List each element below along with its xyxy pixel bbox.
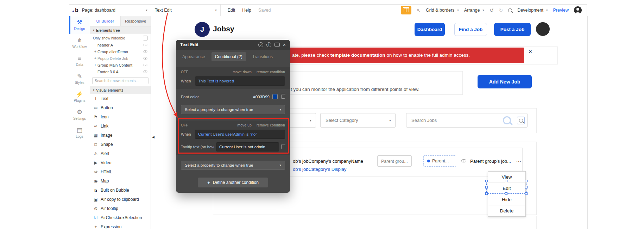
condition-preview-toggle[interactable]: OFF <box>181 123 188 127</box>
expand-icon[interactable]: + <box>94 63 97 67</box>
grid-borders-menu[interactable]: Grid & borders ▾ <box>426 8 459 13</box>
context-menu-edit[interactable]: Edit <box>488 183 525 194</box>
parent-group-field[interactable]: Parent grou... <box>377 155 412 167</box>
sidebar-item-logs[interactable]: ▤ Logs <box>69 124 90 142</box>
context-menu-delete[interactable]: Delete <box>488 205 525 216</box>
tree-item-group-main-content[interactable]: + Group Main Content <box>90 62 151 68</box>
palette-item-expression[interactable]: + Expression <box>90 222 151 229</box>
page-selector[interactable]: Page: dashboard ▾ <box>78 5 151 16</box>
element-selector[interactable]: Text Edit ▾ <box>151 5 221 16</box>
undo-button[interactable]: ↺ <box>490 7 494 13</box>
jobsy-logo[interactable]: J <box>195 22 210 37</box>
visibility-eye-icon[interactable] <box>143 50 147 53</box>
user-avatar[interactable] <box>574 6 582 14</box>
visibility-eye-icon[interactable] <box>143 57 147 60</box>
sidebar-item-styles[interactable]: ✎ Styles <box>69 70 90 88</box>
tree-item-group-allertdemo[interactable]: + Group allertDemo <box>90 48 151 55</box>
visibility-eye-icon[interactable] <box>143 70 147 73</box>
comment-icon[interactable] <box>274 43 280 47</box>
sidebar-item-design[interactable]: ⚒ Design <box>69 16 90 34</box>
parent-group-field-selected[interactable]: Parent... <box>423 155 456 167</box>
palette-item-shape[interactable]: □ Shape <box>90 140 151 149</box>
tab-ui-builder[interactable]: UI Builder <box>90 16 120 26</box>
tab-conditional[interactable]: Conditional (2) <box>211 52 246 61</box>
tab-transitions[interactable]: Transitions <box>252 54 273 59</box>
profile-avatar[interactable] <box>536 22 550 36</box>
property-select-2[interactable]: Select a property to change when true ▾ <box>181 161 285 170</box>
menu-help[interactable]: Help <box>242 8 251 13</box>
elements-tree-header[interactable]: ▾ Elements tree <box>90 26 151 34</box>
environment-selector[interactable]: Development ▾ <box>517 8 548 13</box>
close-icon[interactable]: × <box>529 49 532 55</box>
redo-button[interactable]: ↻ <box>499 7 503 13</box>
arrange-menu[interactable]: Arrange ▾ <box>464 8 484 13</box>
palette-item-built-on-bubble[interactable]: b Built on Bubble <box>90 186 151 195</box>
visibility-eye-icon[interactable] <box>461 159 466 162</box>
when-condition-input[interactable]: Current User's userAdmin is "no" <box>195 130 285 139</box>
property-select-1[interactable]: Select a property to change when true ▾ <box>181 105 285 114</box>
font-color-value[interactable]: #003D99 <box>253 95 270 99</box>
category-select[interactable]: Select Category ▾ <box>320 113 396 128</box>
define-another-condition-button[interactable]: + Define another condition <box>198 178 268 187</box>
expand-icon[interactable]: + <box>94 50 97 54</box>
find-a-job-button[interactable]: Find a Job <box>454 23 487 36</box>
help-icon[interactable]: ? <box>258 42 263 47</box>
sidebar-item-data[interactable]: ≡ Data <box>69 52 90 70</box>
palette-item-html[interactable]: </> HTML <box>90 167 151 177</box>
remove-condition-action[interactable]: remove condition <box>257 70 285 74</box>
cursor-tool-icon[interactable]: ↖ <box>417 8 421 13</box>
menu-edit[interactable]: Edit <box>228 8 235 13</box>
tree-item-popup-delete-job[interactable]: + Popup Delete Job <box>90 55 151 62</box>
sidebar-item-plugins[interactable]: ⚡ Plugins <box>69 88 90 106</box>
palette-item-alert[interactable]: ⚠ Alert <box>90 149 151 158</box>
when-condition-input[interactable]: This Text is hovered <box>195 76 285 86</box>
close-icon[interactable]: × <box>283 42 286 47</box>
job-category-link[interactable]: ob's jobCategory's Display <box>293 167 346 172</box>
job-search-input[interactable]: Search Jobs <box>406 113 528 128</box>
trash-icon[interactable] <box>281 95 285 99</box>
search-icon[interactable] <box>508 8 512 12</box>
elements-search-input[interactable] <box>92 77 149 84</box>
palette-item-air-copy-to-clipboard[interactable]: ▣ Air copy to clipboard <box>90 195 151 204</box>
palette-item-aircheckboxselection[interactable]: ☑ AirCheckboxSelection <box>90 213 151 222</box>
info-icon[interactable]: i <box>266 42 271 47</box>
context-menu-view[interactable]: View <box>488 172 525 183</box>
tooltip-text-input[interactable]: Current User is not admin <box>216 142 279 151</box>
dashboard-button[interactable]: Dashboard <box>415 23 445 36</box>
palette-item-text[interactable]: T Text <box>90 94 151 103</box>
condition-preview-toggle[interactable]: OFF <box>181 70 188 74</box>
move-down-action[interactable]: move down <box>233 70 252 74</box>
sidebar-item-workflow[interactable]: ⋔ Workflow <box>69 34 90 52</box>
palette-item-icon[interactable]: ⚑ Icon <box>90 112 151 122</box>
context-menu-hide[interactable]: Hide <box>488 194 525 205</box>
palette-item-link[interactable]: ∞ Link <box>90 122 151 131</box>
tree-item-header-a[interactable]: header A <box>90 42 151 48</box>
trash-icon[interactable] <box>281 145 285 149</box>
dialog-header[interactable]: Text Edit ? i × <box>176 40 290 50</box>
visual-elements-header[interactable]: ▾ Visual elements <box>90 86 151 94</box>
palette-item-image[interactable]: ▦ Image <box>90 131 151 140</box>
sidebar-item-settings[interactable]: ⚙ Settings <box>69 106 90 124</box>
remove-condition-action[interactable]: remove condition <box>257 123 285 127</box>
gift-button[interactable] <box>401 6 411 14</box>
palette-item-video[interactable]: ▶ Video <box>90 158 151 167</box>
bubble-logo[interactable]: b <box>72 7 78 13</box>
move-up-action[interactable]: move up <box>238 123 252 127</box>
post-a-job-button[interactable]: Post a Job <box>494 23 531 36</box>
palette-item-air-tooltip[interactable]: ⊙ Air tooltip <box>90 204 151 213</box>
palette-item-map[interactable]: ◉ Map <box>90 177 151 186</box>
preview-button[interactable]: Preview <box>553 8 569 13</box>
palette-item-button[interactable]: ▭ Button <box>90 103 151 112</box>
visibility-eye-icon[interactable] <box>143 64 147 66</box>
tab-responsive[interactable]: Responsive <box>120 16 151 26</box>
only-show-hideable-checkbox[interactable] <box>143 36 148 41</box>
color-swatch[interactable] <box>272 94 278 99</box>
add-new-job-button[interactable]: Add New Job <box>478 75 532 88</box>
collapse-panel-icon[interactable]: ◀ <box>152 135 154 139</box>
tab-appearance[interactable]: Appearance <box>182 54 205 59</box>
search-button[interactable] <box>517 117 525 124</box>
more-options-button[interactable]: ... <box>516 157 522 163</box>
visibility-eye-icon[interactable] <box>143 44 147 46</box>
tree-item-footer[interactable]: Footer 3.0 A <box>90 68 151 75</box>
expand-icon[interactable]: + <box>94 56 97 60</box>
